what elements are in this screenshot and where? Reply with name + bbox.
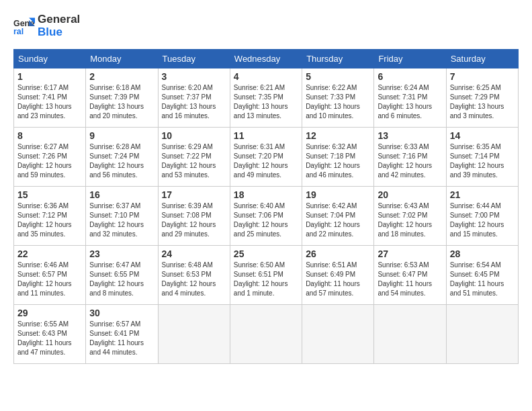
day-number: 4	[234, 71, 298, 82]
day-cell-24: 24Sunrise: 6:48 AMSunset: 6:53 PMDayligh…	[158, 246, 230, 305]
day-cell-26: 26Sunrise: 6:51 AMSunset: 6:49 PMDayligh…	[302, 246, 374, 305]
day-info: Sunrise: 6:20 AMSunset: 7:37 PMDaylight:…	[162, 83, 226, 121]
day-cell-25: 25Sunrise: 6:50 AMSunset: 6:51 PMDayligh…	[230, 246, 302, 305]
day-info: Sunrise: 6:53 AMSunset: 6:47 PMDaylight:…	[378, 261, 442, 298]
weekday-header-row: SundayMondayTuesdayWednesdayThursdayFrid…	[14, 50, 519, 68]
svg-text:ral: ral	[13, 27, 24, 36]
day-info: Sunrise: 6:43 AMSunset: 7:02 PMDaylight:…	[378, 201, 442, 239]
day-number: 23	[89, 248, 154, 259]
day-number: 3	[162, 71, 226, 82]
day-number: 14	[450, 130, 515, 141]
empty-cell	[230, 305, 302, 364]
day-number: 2	[89, 71, 154, 82]
day-info: Sunrise: 6:36 AMSunset: 7:12 PMDaylight:…	[17, 201, 82, 239]
day-cell-8: 8Sunrise: 6:27 AMSunset: 7:26 PMDaylight…	[14, 128, 86, 187]
logo-text-general: General	[38, 13, 80, 26]
weekday-header-wednesday: Wednesday	[230, 50, 302, 68]
day-number: 16	[89, 189, 154, 200]
day-cell-22: 22Sunrise: 6:46 AMSunset: 6:57 PMDayligh…	[14, 246, 86, 305]
day-number: 20	[378, 189, 442, 200]
day-cell-3: 3Sunrise: 6:20 AMSunset: 7:37 PMDaylight…	[158, 68, 230, 128]
weekday-header-tuesday: Tuesday	[158, 50, 230, 68]
day-cell-15: 15Sunrise: 6:36 AMSunset: 7:12 PMDayligh…	[14, 187, 86, 246]
calendar-table: SundayMondayTuesdayWednesdayThursdayFrid…	[13, 49, 519, 364]
day-info: Sunrise: 6:55 AMSunset: 6:43 PMDaylight:…	[17, 320, 82, 357]
day-info: Sunrise: 6:28 AMSunset: 7:24 PMDaylight:…	[89, 142, 154, 180]
day-info: Sunrise: 6:57 AMSunset: 6:41 PMDaylight:…	[89, 320, 154, 357]
day-number: 1	[17, 71, 82, 82]
logo-icon: Gene ral	[13, 15, 35, 37]
day-number: 24	[162, 248, 226, 259]
day-info: Sunrise: 6:27 AMSunset: 7:26 PMDaylight:…	[17, 142, 82, 180]
calendar-week-3: 15Sunrise: 6:36 AMSunset: 7:12 PMDayligh…	[14, 187, 519, 246]
day-info: Sunrise: 6:42 AMSunset: 7:04 PMDaylight:…	[306, 201, 370, 239]
day-cell-23: 23Sunrise: 6:47 AMSunset: 6:55 PMDayligh…	[86, 246, 158, 305]
day-info: Sunrise: 6:50 AMSunset: 6:51 PMDaylight:…	[234, 261, 298, 298]
day-info: Sunrise: 6:31 AMSunset: 7:20 PMDaylight:…	[234, 142, 298, 180]
day-cell-1: 1Sunrise: 6:17 AMSunset: 7:41 PMDaylight…	[14, 68, 86, 128]
logo-text-blue: Blue	[38, 26, 80, 39]
day-number: 28	[450, 248, 515, 259]
day-number: 7	[450, 71, 515, 82]
day-cell-30: 30Sunrise: 6:57 AMSunset: 6:41 PMDayligh…	[86, 305, 158, 364]
weekday-header-thursday: Thursday	[302, 50, 374, 68]
day-cell-21: 21Sunrise: 6:44 AMSunset: 7:00 PMDayligh…	[446, 187, 518, 246]
day-number: 21	[450, 189, 515, 200]
day-cell-13: 13Sunrise: 6:33 AMSunset: 7:16 PMDayligh…	[374, 128, 446, 187]
day-info: Sunrise: 6:48 AMSunset: 6:53 PMDaylight:…	[162, 261, 226, 298]
day-number: 6	[378, 71, 442, 82]
day-info: Sunrise: 6:33 AMSunset: 7:16 PMDaylight:…	[378, 142, 442, 180]
weekday-header-monday: Monday	[86, 50, 158, 68]
day-cell-12: 12Sunrise: 6:32 AMSunset: 7:18 PMDayligh…	[302, 128, 374, 187]
calendar-week-1: 1Sunrise: 6:17 AMSunset: 7:41 PMDaylight…	[14, 68, 519, 128]
empty-cell	[302, 305, 374, 364]
day-info: Sunrise: 6:47 AMSunset: 6:55 PMDaylight:…	[89, 261, 154, 298]
day-cell-10: 10Sunrise: 6:29 AMSunset: 7:22 PMDayligh…	[158, 128, 230, 187]
calendar-week-5: 29Sunrise: 6:55 AMSunset: 6:43 PMDayligh…	[14, 305, 519, 364]
day-cell-27: 27Sunrise: 6:53 AMSunset: 6:47 PMDayligh…	[374, 246, 446, 305]
day-info: Sunrise: 6:35 AMSunset: 7:14 PMDaylight:…	[450, 142, 515, 180]
day-cell-4: 4Sunrise: 6:21 AMSunset: 7:35 PMDaylight…	[230, 68, 302, 128]
day-cell-28: 28Sunrise: 6:54 AMSunset: 6:45 PMDayligh…	[446, 246, 518, 305]
day-number: 27	[378, 248, 442, 259]
day-number: 8	[17, 130, 82, 141]
day-info: Sunrise: 6:46 AMSunset: 6:57 PMDaylight:…	[17, 261, 82, 298]
day-number: 26	[306, 248, 370, 259]
day-cell-16: 16Sunrise: 6:37 AMSunset: 7:10 PMDayligh…	[86, 187, 158, 246]
empty-cell	[446, 305, 518, 364]
day-cell-6: 6Sunrise: 6:24 AMSunset: 7:31 PMDaylight…	[374, 68, 446, 128]
empty-cell	[158, 305, 230, 364]
day-cell-29: 29Sunrise: 6:55 AMSunset: 6:43 PMDayligh…	[14, 305, 86, 364]
day-cell-14: 14Sunrise: 6:35 AMSunset: 7:14 PMDayligh…	[446, 128, 518, 187]
day-info: Sunrise: 6:24 AMSunset: 7:31 PMDaylight:…	[378, 83, 442, 121]
day-number: 9	[89, 130, 154, 141]
calendar-week-4: 22Sunrise: 6:46 AMSunset: 6:57 PMDayligh…	[14, 246, 519, 305]
day-number: 13	[378, 130, 442, 141]
day-info: Sunrise: 6:51 AMSunset: 6:49 PMDaylight:…	[306, 261, 370, 298]
weekday-header-saturday: Saturday	[446, 50, 518, 68]
day-number: 30	[89, 308, 154, 318]
day-number: 22	[17, 248, 82, 259]
calendar-week-2: 8Sunrise: 6:27 AMSunset: 7:26 PMDaylight…	[14, 128, 519, 187]
day-cell-20: 20Sunrise: 6:43 AMSunset: 7:02 PMDayligh…	[374, 187, 446, 246]
day-info: Sunrise: 6:21 AMSunset: 7:35 PMDaylight:…	[234, 83, 298, 121]
day-number: 15	[17, 189, 82, 200]
day-cell-11: 11Sunrise: 6:31 AMSunset: 7:20 PMDayligh…	[230, 128, 302, 187]
day-info: Sunrise: 6:44 AMSunset: 7:00 PMDaylight:…	[450, 201, 515, 239]
day-info: Sunrise: 6:18 AMSunset: 7:39 PMDaylight:…	[89, 83, 154, 121]
day-number: 11	[234, 130, 298, 141]
day-info: Sunrise: 6:40 AMSunset: 7:06 PMDaylight:…	[234, 201, 298, 239]
day-cell-5: 5Sunrise: 6:22 AMSunset: 7:33 PMDaylight…	[302, 68, 374, 128]
day-info: Sunrise: 6:37 AMSunset: 7:10 PMDaylight:…	[89, 201, 154, 239]
day-number: 18	[234, 189, 298, 200]
logo: Gene ral General Blue	[13, 13, 80, 38]
day-number: 10	[162, 130, 226, 141]
day-info: Sunrise: 6:25 AMSunset: 7:29 PMDaylight:…	[450, 83, 515, 121]
day-cell-7: 7Sunrise: 6:25 AMSunset: 7:29 PMDaylight…	[446, 68, 518, 128]
day-info: Sunrise: 6:32 AMSunset: 7:18 PMDaylight:…	[306, 142, 370, 180]
weekday-header-sunday: Sunday	[14, 50, 86, 68]
day-number: 5	[306, 71, 370, 82]
day-info: Sunrise: 6:54 AMSunset: 6:45 PMDaylight:…	[450, 261, 515, 298]
empty-cell	[374, 305, 446, 364]
day-number: 17	[162, 189, 226, 200]
